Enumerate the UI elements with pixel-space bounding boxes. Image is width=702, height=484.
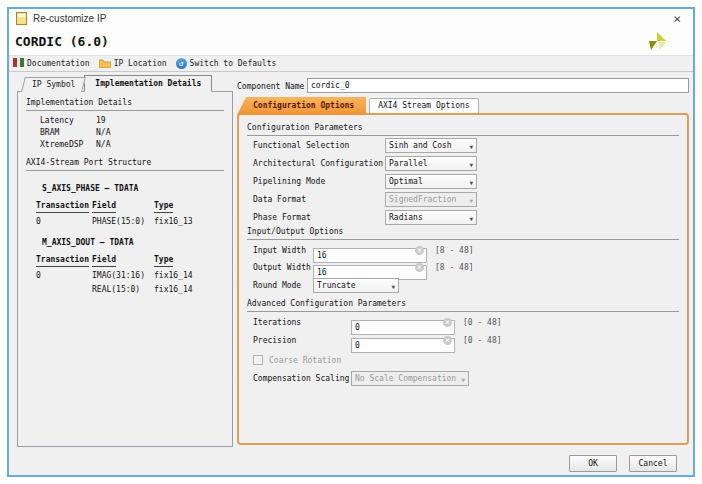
ip-location-label: IP Location <box>114 59 167 68</box>
tab-configuration-options[interactable]: Configuration Options <box>237 97 366 115</box>
col-transaction: Transaction <box>36 254 89 267</box>
iterations-label: Iterations <box>253 318 301 327</box>
window-title: Re-customize IP <box>33 13 106 24</box>
clear-icon: × <box>443 336 452 345</box>
component-name-label: Component Name <box>237 82 304 91</box>
precision-field[interactable]: × <box>351 333 455 348</box>
switch-to-defaults-label: Switch to Defaults <box>190 59 277 68</box>
output-width-field[interactable]: × <box>313 260 427 275</box>
documentation-button[interactable]: Documentation <box>13 57 90 70</box>
pipelining-mode-select[interactable]: Optimal ▼ <box>385 174 477 189</box>
architectural-configuration-select[interactable]: Parallel ▼ <box>385 156 477 171</box>
round-mode-select[interactable]: Truncate ▼ <box>313 278 399 293</box>
data-format-label: Data Format <box>253 195 306 204</box>
config-params-section-title: Configuration Parameters <box>247 123 679 136</box>
output-width-label: Output Width <box>253 263 311 272</box>
precision-range: [0 - 48] <box>463 336 502 345</box>
recustomize-ip-dialog: Re-customize IP × CORDIC (6.0) Documenta… <box>7 7 695 477</box>
s-axis-phase-heading: S_AXIS_PHASE — TDATA <box>42 184 138 193</box>
page-title: CORDIC (6.0) <box>15 34 109 49</box>
compensation-scaling-select: No Scale Compensation ▼ <box>351 371 469 386</box>
title-bar: Re-customize IP × <box>9 9 693 29</box>
documentation-label: Documentation <box>27 59 90 68</box>
functional-selection-label: Functional Selection <box>253 141 349 150</box>
compensation-scaling-label: Compensation Scaling <box>253 374 349 383</box>
col-field: Field <box>92 200 116 213</box>
latency-label: Latency <box>40 116 74 125</box>
phase-format-select[interactable]: Radians ▼ <box>385 210 477 225</box>
clear-icon: × <box>415 246 424 255</box>
bram-label: BRAM <box>40 128 59 137</box>
folder-icon <box>99 58 111 70</box>
left-tab-bar: IP Symbol Implementation Details <box>23 75 212 92</box>
input-width-range: [8 - 48] <box>435 246 474 255</box>
chevron-down-icon: ▼ <box>469 197 473 204</box>
xilinx-logo-icon <box>645 30 671 58</box>
m-axis-table: Transaction Field Type 0 IMAG(31:16) fix… <box>36 254 214 295</box>
cell-transaction: 0 <box>36 216 92 227</box>
configuration-options-panel: Configuration Parameters Functional Sele… <box>237 113 689 445</box>
functional-selection-select[interactable]: Sinh and Cosh ▼ <box>385 138 477 153</box>
cell-type: fix16_14 <box>154 270 214 281</box>
switch-to-defaults-button[interactable]: ↺ Switch to Defaults <box>176 58 277 69</box>
impl-details-section-title: Implementation Details <box>26 98 224 111</box>
window-icon <box>16 12 27 25</box>
chevron-down-icon: ▼ <box>391 283 395 290</box>
toolbar: Documentation IP Location ↺ Switch to De… <box>9 55 693 72</box>
cell-field: REAL(15:0) <box>92 284 154 295</box>
chevron-down-icon: ▼ <box>461 376 465 383</box>
tab-axi4-stream-options[interactable]: AXI4 Stream Options <box>369 98 479 113</box>
cancel-button[interactable]: Cancel <box>629 455 677 472</box>
cell-field: IMAG(31:16) <box>92 270 154 281</box>
output-width-range: [8 - 48] <box>435 263 474 272</box>
ok-button[interactable]: OK <box>569 455 617 472</box>
chevron-down-icon: ▼ <box>469 161 473 168</box>
tab-ip-symbol[interactable]: IP Symbol <box>21 77 86 92</box>
phase-format-label: Phase Format <box>253 213 311 222</box>
tab-implementation-details[interactable]: Implementation Details <box>84 75 212 92</box>
cell-field: PHASE(15:0) <box>92 216 154 227</box>
refresh-icon: ↺ <box>176 58 187 69</box>
close-icon[interactable]: × <box>673 11 681 26</box>
xtremedsp-value: N/A <box>96 140 110 149</box>
col-field: Field <box>92 254 116 267</box>
cell-type: fix16_14 <box>154 284 214 295</box>
col-type: Type <box>154 200 173 213</box>
bram-value: N/A <box>96 128 110 137</box>
precision-input[interactable] <box>351 338 455 353</box>
precision-label: Precision <box>253 336 296 345</box>
component-name-input[interactable] <box>307 78 689 93</box>
ip-location-button[interactable]: IP Location <box>99 58 167 70</box>
coarse-rotation-label: Coarse Rotation <box>269 356 341 365</box>
advanced-section-title: Advanced Configuration Parameters <box>247 299 679 312</box>
implementation-details-panel: Implementation Details Latency 19 BRAM N… <box>17 91 233 447</box>
architectural-configuration-label: Architectural Configuration <box>253 159 383 168</box>
right-tab-bar: Configuration Options AXI4 Stream Option… <box>237 97 479 115</box>
chevron-down-icon: ▼ <box>469 143 473 150</box>
round-mode-label: Round Mode <box>253 281 301 290</box>
col-type: Type <box>154 254 173 267</box>
clear-icon: × <box>415 263 424 272</box>
input-width-field[interactable]: × <box>313 243 427 258</box>
cell-transaction: 0 <box>36 270 92 281</box>
book-icon <box>13 57 24 70</box>
cell-transaction <box>36 284 92 295</box>
xtremedsp-label: XtremeDSP <box>40 140 83 149</box>
m-axis-dout-heading: M_AXIS_DOUT — TDATA <box>42 238 134 247</box>
data-format-select: SignedFraction ▼ <box>385 192 477 207</box>
clear-icon: × <box>443 318 452 327</box>
io-options-section-title: Input/Output Options <box>247 227 679 240</box>
chevron-down-icon: ▼ <box>469 215 473 222</box>
iterations-field[interactable]: × <box>351 315 455 330</box>
pipelining-mode-label: Pipelining Mode <box>253 177 325 186</box>
chevron-down-icon: ▼ <box>469 179 473 186</box>
input-width-label: Input Width <box>253 246 306 255</box>
s-axis-table: Transaction Field Type 0 PHASE(15:0) fix… <box>36 200 214 227</box>
latency-value: 19 <box>96 116 106 125</box>
port-structure-section-title: AXI4-Stream Port Structure <box>26 158 224 171</box>
col-transaction: Transaction <box>36 200 89 213</box>
cell-type: fix16_13 <box>154 216 214 227</box>
coarse-rotation-checkbox <box>253 355 263 365</box>
iterations-range: [0 - 48] <box>463 318 502 327</box>
heading-row: CORDIC (6.0) <box>9 29 693 55</box>
